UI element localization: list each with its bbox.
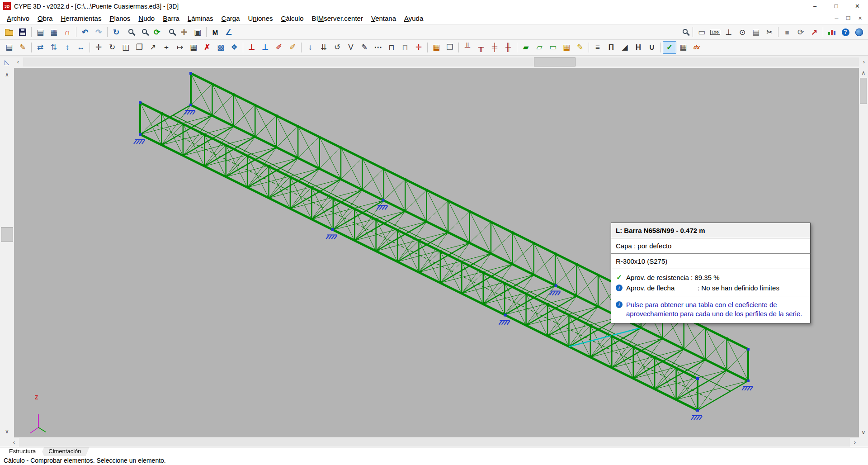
app-icon[interactable]: 3D: [3, 2, 11, 10]
open-button[interactable]: [2, 26, 16, 38]
displacements-button[interactable]: dx: [690, 41, 703, 54]
scroll-left-button[interactable]: ‹: [10, 439, 18, 446]
internal-fixity-button[interactable]: ⊥: [259, 41, 272, 54]
new-window-button[interactable]: ▭: [695, 26, 708, 38]
left-scroll-thumb[interactable]: [1, 227, 13, 242]
pan-button[interactable]: ✛: [177, 26, 191, 38]
log-button[interactable]: LOG: [708, 26, 722, 38]
panels-button[interactable]: ▩: [214, 41, 227, 54]
menu-ayuda[interactable]: Ayuda: [400, 13, 427, 24]
edit-loads-button[interactable]: ✎: [358, 41, 371, 54]
top-scroll-track[interactable]: [23, 57, 859, 66]
full-view-button[interactable]: ▣: [191, 26, 204, 38]
help-button[interactable]: [839, 26, 852, 38]
layers-button[interactable]: ▦: [560, 41, 573, 54]
load-states-button[interactable]: ⋯: [371, 41, 385, 54]
shell-opening-button[interactable]: ▭: [546, 41, 560, 54]
check-elements-button[interactable]: ✓: [663, 41, 676, 54]
render-options-button[interactable]: ✎: [16, 41, 29, 54]
annotations-button[interactable]: ▤: [749, 26, 763, 38]
node-bind-button[interactable]: ⇅: [47, 41, 61, 54]
copy-button[interactable]: ❐: [132, 41, 146, 54]
mdi-restore-button[interactable]: ❐: [843, 14, 854, 23]
redraw-button[interactable]: ⟳: [150, 26, 164, 38]
model-viewport[interactable]: Z L: Barra N658/N99 - 0.472 m Capa : por…: [14, 68, 859, 437]
rotate-view-button[interactable]: ↻: [109, 26, 123, 38]
point-load-button[interactable]: ↓: [303, 41, 317, 54]
check-table-button[interactable]: ▦: [676, 41, 690, 54]
menu-barra[interactable]: Barra: [159, 13, 184, 24]
slopes-button[interactable]: ◢: [618, 41, 632, 54]
node-tie-button[interactable]: ↕: [61, 41, 74, 54]
moment-load-button[interactable]: ↺: [330, 41, 344, 54]
orbit-button[interactable]: ⟳: [794, 26, 807, 38]
unions-button[interactable]: ▦: [429, 41, 443, 54]
ties-button[interactable]: ∪: [645, 41, 659, 54]
menu-bimserver[interactable]: BIMserver.center: [308, 13, 367, 24]
arc-button[interactable]: ⊙: [736, 26, 749, 38]
web-button[interactable]: [852, 26, 866, 38]
describe-material-button[interactable]: ✐: [286, 41, 299, 54]
composite-floor-button[interactable]: ╫: [501, 41, 515, 54]
menu-planos[interactable]: Planos: [105, 13, 134, 24]
tab-estructura[interactable]: Estructura: [1, 447, 44, 456]
ortho-button[interactable]: ⊥: [722, 26, 736, 38]
node-link-button[interactable]: ⇄: [33, 41, 47, 54]
bottom-scroll-track[interactable]: [19, 438, 850, 447]
tooltip-note-row[interactable]: i Pulse para obtener una tabla con el co…: [611, 296, 810, 323]
lists-button[interactable]: ≡: [591, 41, 604, 54]
undo-button[interactable]: ↶: [78, 26, 92, 38]
surface-load-button[interactable]: ⊓: [385, 41, 398, 54]
right-scroll-thumb[interactable]: [860, 78, 867, 104]
sections-button[interactable]: H: [632, 41, 645, 54]
maximize-button[interactable]: □: [826, 0, 847, 12]
frame-load-button[interactable]: ⊓: [398, 41, 412, 54]
scroll-right-button[interactable]: ›: [851, 439, 859, 446]
rotate-button[interactable]: ↻: [105, 41, 119, 54]
linear-load-button[interactable]: ⇊: [317, 41, 330, 54]
menu-calculo[interactable]: Cálculo: [277, 13, 308, 24]
mdi-minimize-button[interactable]: ─: [831, 14, 842, 23]
move-button[interactable]: ✛: [92, 41, 105, 54]
menu-obra[interactable]: Obra: [33, 13, 57, 24]
top-scroll-thumb[interactable]: [534, 57, 576, 66]
symmetry-button[interactable]: ◫: [119, 41, 132, 54]
tab-cimentacion[interactable]: Cimentación: [40, 447, 89, 456]
delete-button[interactable]: ✗: [200, 41, 214, 54]
prestress-button[interactable]: V: [344, 41, 358, 54]
menu-carga[interactable]: Carga: [217, 13, 244, 24]
redo-button[interactable]: ↷: [92, 26, 105, 38]
menu-ventana[interactable]: Ventana: [367, 13, 400, 24]
usage-results-button[interactable]: [825, 26, 839, 38]
object-snap-button[interactable]: ∩: [61, 26, 74, 38]
scroll-right-button[interactable]: ›: [860, 58, 868, 65]
menu-herramientas[interactable]: Herramientas: [57, 13, 105, 24]
divide-bar-button[interactable]: ÷: [160, 41, 173, 54]
drawings-button[interactable]: ▤: [33, 26, 47, 38]
3d-views-button[interactable]: M: [208, 26, 222, 38]
menu-laminas[interactable]: Láminas: [184, 13, 217, 24]
extend-bar-button[interactable]: ↦: [173, 41, 187, 54]
scroll-up-button[interactable]: ∧: [0, 71, 14, 78]
menu-nudo[interactable]: Nudo: [134, 13, 159, 24]
previous-view-button[interactable]: [164, 26, 177, 38]
tools-button[interactable]: ✂: [763, 26, 776, 38]
slab-floor-button[interactable]: ╥: [474, 41, 488, 54]
zoom-window-button[interactable]: [123, 26, 137, 38]
deck-floor-button[interactable]: ╪: [488, 41, 501, 54]
shell-edge-button[interactable]: ▱: [533, 41, 546, 54]
external-fixity-button[interactable]: ⊥: [245, 41, 259, 54]
menu-uniones[interactable]: Uniones: [244, 13, 277, 24]
export-button[interactable]: ↗: [807, 26, 821, 38]
report-templates-button[interactable]: ▦: [47, 26, 61, 38]
bars-table-button[interactable]: ▤: [2, 41, 16, 54]
edit-layer-button[interactable]: ✎: [573, 41, 587, 54]
stretch-button[interactable]: ↗: [146, 41, 160, 54]
protractor-icon[interactable]: ◺: [5, 58, 9, 66]
scroll-down-button[interactable]: ∨: [859, 429, 868, 436]
generate-mesh-button[interactable]: ▦: [187, 41, 200, 54]
groups-button[interactable]: ❖: [227, 41, 241, 54]
union-drawings-button[interactable]: ❒: [443, 41, 457, 54]
menu-archivo[interactable]: Archivo: [3, 13, 33, 24]
scroll-down-button[interactable]: ∨: [0, 428, 14, 435]
